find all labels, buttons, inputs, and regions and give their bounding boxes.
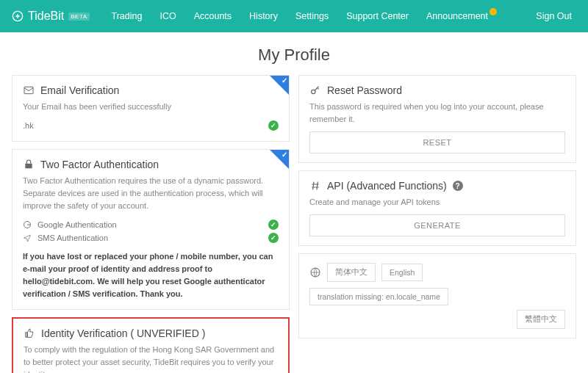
- identity-card-title: Identity Verification ( UNVERIFIED ): [41, 327, 205, 339]
- svg-rect-2: [25, 164, 32, 169]
- logo-icon: [12, 10, 24, 22]
- identity-card-desc: To comply with the regulation of the Hon…: [24, 344, 278, 373]
- right-column: Reset Password This password is required…: [298, 75, 576, 373]
- api-card-title: API (Advanced Functions): [327, 180, 447, 192]
- check-icon: [268, 220, 279, 230]
- content-columns: Email Verification Your Email has been v…: [0, 75, 588, 373]
- mail-icon: [23, 84, 35, 96]
- lang-simplified-chinese[interactable]: 简体中文: [327, 263, 376, 282]
- reset-password-card: Reset Password This password is required…: [298, 75, 576, 163]
- tfa-google-row[interactable]: Google Authentication: [23, 218, 279, 231]
- top-navbar: TideBit BETA Trading ICO Accounts Histor…: [0, 0, 588, 32]
- two-factor-card: Two Factor Authentication Two Factor Aut…: [12, 149, 290, 310]
- tfa-card-title: Two Factor Authentication: [40, 159, 159, 170]
- lock-icon: [23, 159, 35, 170]
- svg-rect-1: [24, 87, 33, 93]
- google-icon: [23, 220, 32, 229]
- reset-card-desc: This password is required when you log i…: [309, 101, 565, 126]
- svg-point-4: [312, 90, 315, 93]
- nav-trading[interactable]: Trading: [103, 11, 151, 21]
- brand-logo[interactable]: TideBit BETA: [12, 10, 90, 23]
- lang-missing[interactable]: translation missing: en.locale_name: [309, 288, 448, 305]
- main-nav: Trading ICO Accounts History Settings Su…: [103, 11, 532, 21]
- api-card-desc: Create and manage your API tokens: [309, 196, 565, 209]
- tfa-card-desc: Two Factor Authentication requires the u…: [23, 175, 279, 212]
- tfa-sms-label: SMS Authentication: [37, 233, 108, 242]
- page-title: My Profile: [0, 46, 588, 65]
- left-column: Email Verification Your Email has been v…: [12, 75, 290, 373]
- hash-icon: [309, 180, 321, 192]
- nav-accounts[interactable]: Accounts: [185, 11, 240, 21]
- nav-history[interactable]: History: [240, 11, 287, 21]
- lang-english[interactable]: English: [381, 264, 423, 281]
- nav-announcement[interactable]: Announcement: [417, 11, 497, 21]
- verified-corner-badge: [270, 76, 289, 95]
- tfa-note: If you have lost or replaced your phone …: [23, 250, 279, 300]
- reset-button[interactable]: RESET: [309, 131, 565, 153]
- email-verification-card: Email Verification Your Email has been v…: [12, 75, 290, 142]
- thumbs-up-icon: [24, 327, 35, 339]
- identity-verification-card: Identity Verification ( UNVERIFIED ) To …: [12, 317, 290, 373]
- nav-ico[interactable]: ICO: [151, 11, 184, 21]
- globe-icon: [309, 267, 321, 278]
- email-card-desc: Your Email has been verified successfull…: [23, 101, 279, 113]
- email-card-title: Email Verification: [40, 84, 119, 96]
- check-icon: [268, 120, 279, 131]
- tfa-sms-row[interactable]: SMS Authentication: [23, 231, 279, 245]
- verified-corner-badge: [270, 150, 289, 169]
- nav-support[interactable]: Support Center: [337, 11, 417, 21]
- brand-beta-badge: BETA: [68, 12, 89, 21]
- check-icon: [268, 233, 279, 243]
- lang-traditional-chinese[interactable]: 繁體中文: [517, 310, 565, 329]
- nav-signout[interactable]: Sign Out: [531, 11, 576, 21]
- language-card: 简体中文 English translation missing: en.loc…: [298, 253, 576, 338]
- api-card: API (Advanced Functions) ? Create and ma…: [298, 170, 576, 246]
- send-icon: [23, 233, 32, 242]
- brand-name: TideBit: [28, 10, 64, 23]
- email-value: .hk: [23, 121, 34, 130]
- reset-card-title: Reset Password: [327, 84, 402, 96]
- help-icon[interactable]: ?: [453, 181, 463, 191]
- generate-button[interactable]: GENERATE: [309, 214, 565, 236]
- key-icon: [309, 84, 321, 96]
- tfa-google-label: Google Authentication: [37, 220, 117, 229]
- nav-settings[interactable]: Settings: [287, 11, 337, 21]
